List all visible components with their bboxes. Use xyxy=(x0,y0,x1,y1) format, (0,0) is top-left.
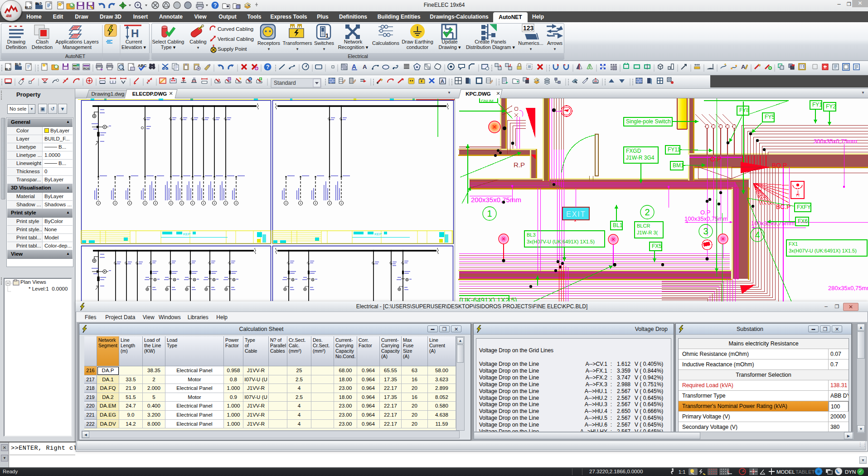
svg-text:A: A xyxy=(352,63,356,70)
svg-text:BM1: BM1 xyxy=(673,162,684,169)
svg-text:Cabling: Cabling xyxy=(189,39,206,44)
svg-text:Standard: Standard xyxy=(274,80,296,86)
svg-text:?: ? xyxy=(213,2,217,9)
svg-text:A: A xyxy=(441,78,444,84)
svg-text:J1W-R 3(: J1W-R 3( xyxy=(637,230,658,235)
svg-text:Detection: Detection xyxy=(32,44,53,50)
svg-text:Switches: Switches xyxy=(314,40,335,46)
svg-text:BLCR: BLCR xyxy=(637,223,650,228)
svg-text:▾: ▾ xyxy=(296,47,299,51)
svg-text:280x35x0,75mm: 280x35x0,75mm xyxy=(828,285,868,291)
svg-text:1: 1 xyxy=(325,32,329,39)
svg-text:Type ▾: Type ▾ xyxy=(161,44,176,50)
svg-text:H: H xyxy=(131,27,139,39)
svg-text:BL3: BL3 xyxy=(527,232,536,238)
svg-text:Create Panels: Create Panels xyxy=(475,39,506,44)
svg-text:3x(H07V-U (UK:6491X) 1X1.5): 3x(H07V-U (UK:6491X) 1X1.5) xyxy=(789,248,857,253)
svg-text:Clash: Clash xyxy=(36,39,48,44)
svg-text:Distribution Diagram ▾: Distribution Diagram ▾ xyxy=(466,44,515,50)
svg-text:1:1: 1:1 xyxy=(679,469,685,475)
svg-text:▾: ▾ xyxy=(197,45,199,50)
svg-text:▾: ▾ xyxy=(530,47,532,51)
svg-text:?: ? xyxy=(266,64,269,70)
svg-text:R.P: R.P xyxy=(514,161,525,169)
svg-text:Arrows: Arrows xyxy=(547,40,563,46)
svg-text:Current: Current xyxy=(126,39,142,44)
svg-text:A: A xyxy=(741,63,746,70)
svg-text:Definition: Definition xyxy=(6,44,27,50)
svg-text:BO.P: BO.P xyxy=(772,162,787,169)
svg-text:3x(H07V-U (UK:6491X) 1X1.5): 3x(H07V-U (UK:6491X) 1X1.5) xyxy=(527,239,595,244)
svg-text:J1W-R 3G4: J1W-R 3G4 xyxy=(626,155,655,161)
svg-text:4M: 4M xyxy=(6,14,12,18)
svg-text:A: A xyxy=(363,63,367,70)
svg-text:FY2: FY2 xyxy=(826,103,836,110)
svg-text:MODEL: MODEL xyxy=(776,469,795,475)
svg-text:FY8: FY8 xyxy=(739,107,749,113)
svg-text:FXFY: FXFY xyxy=(797,204,811,210)
svg-text:RCIS: RCIS xyxy=(73,67,79,70)
svg-text:FX6: FX6 xyxy=(798,218,808,224)
svg-text:KEP: KEP xyxy=(374,232,382,236)
svg-text:1: 1 xyxy=(487,209,492,219)
svg-text:FX5: FX5 xyxy=(652,243,662,249)
svg-text:123: 123 xyxy=(523,24,534,32)
svg-text:BL1: BL1 xyxy=(613,222,623,228)
svg-text:▾: ▾ xyxy=(268,47,270,51)
svg-text:BLD: BLD xyxy=(35,2,42,5)
svg-text:O.P: O.P xyxy=(700,209,710,216)
svg-text:FY11: FY11 xyxy=(668,146,680,153)
svg-text:Update: Update xyxy=(441,39,457,44)
svg-text:FY1: FY1 xyxy=(812,102,822,108)
svg-text:300x35x0,75mm: 300x35x0,75mm xyxy=(814,138,857,145)
svg-text:FXGD: FXGD xyxy=(626,148,641,154)
svg-text:BLD: BLD xyxy=(15,63,21,66)
svg-text:Network: Network xyxy=(344,39,363,44)
svg-text:Numerics...: Numerics... xyxy=(518,40,543,46)
svg-text:Applications Layers: Applications Layers xyxy=(55,39,99,44)
svg-text:Transformers: Transformers xyxy=(283,40,312,46)
svg-text:Receptors: Receptors xyxy=(257,40,281,46)
svg-text:Single-pole Switch: Single-pole Switch xyxy=(626,118,671,125)
svg-text:Select Cabling: Select Cabling xyxy=(152,39,184,44)
svg-text:DYN: DYN xyxy=(845,469,856,475)
svg-text:i: i xyxy=(250,78,251,81)
svg-text:4: 4 xyxy=(755,230,760,240)
svg-text:Drawing ▾: Drawing ▾ xyxy=(439,44,461,50)
svg-text:Supply Point: Supply Point xyxy=(218,46,247,52)
svg-text:FY5: FY5 xyxy=(765,114,775,120)
svg-text:Recognition ▾: Recognition ▾ xyxy=(338,44,369,50)
svg-text:Management: Management xyxy=(63,44,92,50)
svg-text:▾: ▾ xyxy=(323,47,325,51)
svg-text:RCIS: RCIS xyxy=(83,67,89,70)
svg-text:Calculations: Calculations xyxy=(372,40,399,46)
svg-text:Elevation ▾: Elevation ▾ xyxy=(121,44,146,50)
svg-text:GNUM: GNUM xyxy=(481,99,494,103)
svg-text:Vertical Cabling: Vertical Cabling xyxy=(218,36,254,42)
svg-text:TABLET: TABLET xyxy=(795,469,815,475)
svg-text:▾: ▾ xyxy=(554,47,556,51)
svg-text:(UK-6491X) 1X2.5): (UK-6491X) 1X2.5) xyxy=(459,296,517,301)
svg-text:3: 3 xyxy=(703,226,708,236)
svg-text:100x35x0,75mm: 100x35x0,75mm xyxy=(684,215,728,222)
svg-text:BLD: BLD xyxy=(5,68,11,71)
svg-text:Drawing: Drawing xyxy=(7,39,25,44)
svg-text:conductor: conductor xyxy=(407,44,429,50)
svg-text:Draw Earthing: Draw Earthing xyxy=(402,39,433,44)
svg-text:O.P: O.P xyxy=(710,155,721,163)
svg-text:EXIT: EXIT xyxy=(566,210,586,218)
svg-text:KEP: KEP xyxy=(183,232,190,236)
svg-text:2: 2 xyxy=(645,207,650,217)
svg-text:FX1: FX1 xyxy=(789,241,798,247)
svg-text:200x35x0,75mm: 200x35x0,75mm xyxy=(471,196,521,204)
svg-text:ABC: ABC xyxy=(138,63,147,68)
svg-text:Curved Cabling: Curved Cabling xyxy=(218,26,253,32)
svg-text:BLD: BLD xyxy=(25,6,31,9)
